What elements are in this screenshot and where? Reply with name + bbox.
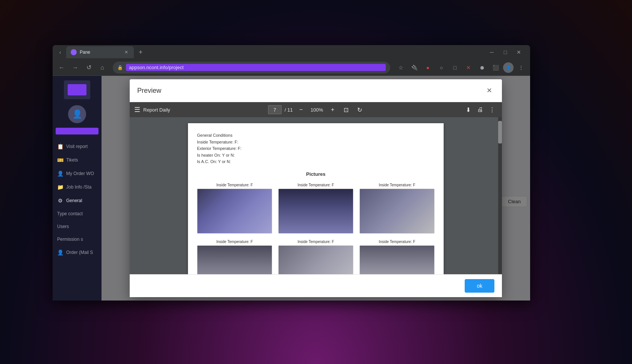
extension-btn-4[interactable]: □ (449, 62, 461, 74)
tab-close-button[interactable]: ✕ (123, 49, 129, 55)
pdf-page: General Conditions Inside Temperature: F… (188, 123, 444, 274)
pdf-zoom-out-button[interactable]: − (296, 104, 306, 115)
url-display: appson.ncont.info/project (126, 64, 386, 71)
order-mail-icon: 👤 (57, 249, 63, 255)
modal-close-button[interactable]: ✕ (484, 85, 494, 96)
tikets-icon: 🎫 (57, 157, 63, 163)
forward-button[interactable]: → (69, 62, 81, 74)
ok-button[interactable]: ok (465, 279, 494, 293)
modal-footer: ok (130, 274, 502, 297)
pdf-more-button[interactable]: ⋮ (487, 104, 497, 115)
sidebar-item-my-order-wo[interactable]: 👤 My Order WO (53, 168, 102, 180)
preview-modal: Preview ✕ ☰ Report Daily / 11 − 100% + (130, 79, 502, 297)
pdf-rotate-button[interactable]: ↻ (355, 104, 365, 115)
sidebar-label-users: Users (57, 224, 69, 229)
sidebar-item-visit-report[interactable]: 📋 Visit report (53, 140, 102, 153)
sidebar-label-permission: Permission s (57, 237, 83, 242)
modal-overlay: Preview ✕ ☰ Report Daily / 11 − 100% + (102, 76, 530, 301)
pdf-zoom-in-button[interactable]: + (327, 104, 338, 115)
window-controls: ─ □ ✕ (487, 47, 527, 57)
sidebar-label-visit-report: Visit report (66, 144, 88, 149)
picture-label-6: Inside Temperature: F (359, 240, 435, 244)
sidebar-label-job-info: Job Info /Sta (66, 184, 91, 190)
picture-img-1 (197, 189, 272, 234)
maximize-button[interactable]: □ (500, 47, 511, 57)
main-content: Clean Preview ✕ ☰ Report Daily (102, 76, 530, 301)
pdf-toolbar: ☰ Report Daily / 11 − 100% + ⊡ ↻ ⬇ (130, 102, 502, 117)
pdf-page-total: / 11 (285, 107, 293, 113)
bookmark-button[interactable]: ☆ (395, 62, 407, 74)
picture-img-2 (278, 189, 353, 234)
sidebar-item-job-info[interactable]: 📁 Job Info /Sta (53, 181, 102, 193)
modal-header: Preview ✕ (130, 79, 502, 102)
new-tab-button[interactable]: + (135, 47, 146, 57)
pictures-grid-row2: Inside Temperature: F Inside Temperature… (197, 240, 435, 274)
picture-cell-1: Inside Temperature: F (197, 183, 272, 234)
home-button[interactable]: ⌂ (96, 62, 108, 74)
pdf-zoom-level: 100% (309, 107, 324, 113)
picture-cell-2: Inside Temperature: F (278, 183, 353, 234)
heater-label: Is heater On: Y or N: (197, 152, 435, 159)
visit-report-icon: 📋 (57, 143, 63, 150)
extension-btn-2[interactable]: ● (422, 62, 434, 74)
tab-title: Pane (80, 50, 120, 55)
sidebar-logo (64, 80, 90, 99)
sidebar-item-general[interactable]: ⚙ General (53, 195, 102, 207)
picture-cell-5: Inside Temperature: F (278, 240, 353, 274)
sidebar-item-order-mail[interactable]: 👤 Order (Mail S (53, 246, 102, 258)
profile-button[interactable]: 👤 (503, 62, 514, 73)
refresh-button[interactable]: ↺ (83, 62, 95, 74)
my-order-icon: 👤 (57, 171, 63, 177)
exterior-temp-label: Exterior Temperature: F: (197, 145, 435, 152)
sidebar-item-users[interactable]: Users (53, 221, 102, 232)
sidebar-label-tikets: Tikets (66, 157, 78, 163)
extension-btn-3[interactable]: ○ (435, 62, 447, 74)
picture-label-1: Inside Temperature: F (197, 183, 272, 187)
tab-bar: ‹ Pane ✕ + ─ □ ✕ (53, 45, 530, 59)
pdf-content-area[interactable]: General Conditions Inside Temperature: F… (130, 117, 502, 274)
general-conditions-title: General Conditions (197, 132, 435, 139)
tab-back-chevron[interactable]: ‹ (56, 48, 65, 57)
pdf-actions: ⬇ 🖨 ⋮ (463, 104, 497, 115)
inside-temp-label: Inside Temperature: F: (197, 139, 435, 146)
pdf-page-input[interactable] (268, 105, 282, 114)
address-bar[interactable]: 🔒 appson.ncont.info/project (113, 62, 390, 74)
sidebar-label-type-contact: Type contact (57, 211, 83, 216)
tab-favicon-icon (71, 49, 77, 55)
pdf-download-button[interactable]: ⬇ (463, 104, 473, 115)
sidebar-label-general: General (66, 198, 82, 203)
pdf-scrollbar[interactable] (498, 117, 502, 274)
extension-btn-5[interactable]: ✕ (462, 62, 474, 74)
pdf-scrollbar-thumb (498, 121, 502, 143)
picture-label-4: Inside Temperature: F (197, 240, 272, 244)
picture-cell-6: Inside Temperature: F (359, 240, 435, 274)
browser-actions: ☆ 🔌 ● ○ □ ✕ ⏺ ⬛ 👤 ⋮ (395, 62, 527, 74)
sidebar-item-tikets[interactable]: 🎫 Tikets (53, 154, 102, 166)
sidebar: 👤 📋 Visit report 🎫 Tikets 👤 My Order WO … (53, 76, 102, 301)
menu-button[interactable]: ⋮ (515, 62, 527, 74)
sidebar-label-my-order: My Order WO (66, 171, 94, 176)
picture-cell-3: Inside Temperature: F (359, 183, 435, 234)
sidebar-item-type-contact[interactable]: Type contact (53, 208, 102, 219)
sidebar-item-permission[interactable]: Permission s (53, 234, 102, 245)
picture-img-4 (197, 245, 272, 274)
pdf-fit-button[interactable]: ⊡ (341, 104, 352, 115)
user-avatar: 👤 (68, 105, 86, 123)
navigation-bar: ← → ↺ ⌂ 🔒 appson.ncont.info/project ☆ 🔌 … (53, 59, 530, 76)
extension-btn-7[interactable]: ⬛ (490, 62, 502, 74)
pdf-menu-button[interactable]: ☰ (134, 106, 140, 114)
close-window-button[interactable]: ✕ (514, 47, 524, 57)
pdf-print-button[interactable]: 🖨 (475, 104, 485, 115)
content-area: 👤 📋 Visit report 🎫 Tikets 👤 My Order WO … (53, 76, 530, 301)
minimize-button[interactable]: ─ (487, 47, 497, 57)
back-button[interactable]: ← (56, 62, 68, 74)
picture-label-2: Inside Temperature: F (278, 183, 353, 187)
modal-title: Preview (137, 87, 161, 95)
security-icon: 🔒 (117, 65, 123, 70)
browser-tab[interactable]: Pane ✕ (66, 46, 134, 58)
extension-btn-6[interactable]: ⏺ (476, 62, 488, 74)
extension-btn-1[interactable]: 🔌 (408, 62, 420, 74)
sidebar-label-order-mail: Order (Mail S (66, 250, 93, 255)
picture-img-5 (278, 245, 353, 274)
ac-label: Is A.C. On: Y or N: (197, 159, 435, 165)
